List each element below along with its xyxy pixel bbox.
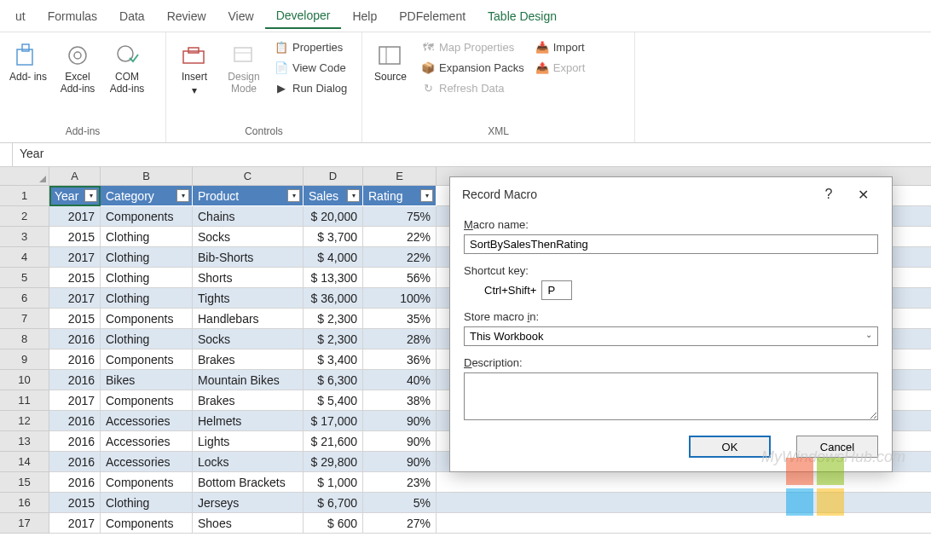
- cell-rating[interactable]: 28%: [363, 329, 437, 349]
- cell-sales[interactable]: $ 3,700: [304, 227, 363, 247]
- cell-year[interactable]: 2017: [49, 390, 101, 411]
- row-header[interactable]: 17: [0, 513, 49, 534]
- row-header[interactable]: 6: [0, 288, 49, 309]
- cell-sales[interactable]: $ 3,400: [304, 349, 363, 370]
- run-dialog-button[interactable]: ▶Run Dialog: [270, 78, 350, 97]
- name-box[interactable]: [0, 143, 13, 166]
- menu-data[interactable]: Data: [108, 4, 156, 28]
- cell-product[interactable]: Jerseys: [193, 493, 304, 513]
- menu-developer[interactable]: Developer: [265, 3, 342, 29]
- cell-sales[interactable]: $ 2,300: [304, 329, 363, 349]
- cell-year[interactable]: 2016: [49, 452, 101, 472]
- menu-ut[interactable]: ut: [4, 4, 37, 28]
- cell-year[interactable]: 2017: [49, 513, 101, 534]
- cell-category[interactable]: Accessories: [101, 452, 193, 472]
- addins-button[interactable]: Add- ins: [5, 38, 51, 87]
- properties-button[interactable]: 📋Properties: [270, 38, 350, 56]
- cell-rating[interactable]: 22%: [363, 227, 437, 247]
- cell-category[interactable]: Accessories: [101, 411, 193, 431]
- row-header[interactable]: 3: [0, 227, 49, 247]
- cell-year[interactable]: 2015: [49, 268, 101, 288]
- cell-category[interactable]: Components: [101, 390, 193, 411]
- cell-rating[interactable]: 22%: [363, 247, 437, 268]
- cell-category[interactable]: Components: [101, 309, 193, 329]
- cell-product[interactable]: Chains: [193, 206, 304, 227]
- cell-product[interactable]: Brakes: [193, 349, 304, 370]
- cell-product[interactable]: Brakes: [193, 390, 304, 411]
- menu-review[interactable]: Review: [156, 4, 217, 28]
- close-button[interactable]: ✕: [846, 187, 880, 203]
- menu-table-design[interactable]: Table Design: [477, 4, 568, 28]
- cell-sales[interactable]: $ 600: [304, 513, 363, 534]
- description-input[interactable]: [464, 372, 878, 420]
- row-header[interactable]: 1: [0, 186, 49, 206]
- cell-year[interactable]: 2016: [49, 411, 101, 431]
- row-header[interactable]: 10: [0, 370, 49, 390]
- row-header[interactable]: 9: [0, 349, 49, 370]
- import-button[interactable]: 📥Import: [531, 38, 589, 56]
- column-header-B[interactable]: B: [101, 167, 193, 186]
- cell-sales[interactable]: $ 6,300: [304, 370, 363, 390]
- row-header[interactable]: 2: [0, 206, 49, 227]
- insert-button[interactable]: Insert ▾: [171, 38, 217, 101]
- row-header[interactable]: 5: [0, 268, 49, 288]
- column-header-D[interactable]: D: [304, 167, 363, 186]
- formula-bar[interactable]: Year: [13, 143, 931, 166]
- cell-category[interactable]: Components: [101, 472, 193, 493]
- cell-product[interactable]: Handlebars: [193, 309, 304, 329]
- cell-product[interactable]: Socks: [193, 329, 304, 349]
- row-header[interactable]: 8: [0, 329, 49, 349]
- cell-rating[interactable]: 40%: [363, 370, 437, 390]
- cell-product[interactable]: Lights: [193, 431, 304, 452]
- com-addins-button[interactable]: COM Add-ins: [104, 38, 150, 99]
- cell-product[interactable]: Socks: [193, 227, 304, 247]
- filter-dropdown-icon[interactable]: ▾: [84, 189, 97, 202]
- menu-formulas[interactable]: Formulas: [37, 4, 108, 28]
- cell-category[interactable]: Accessories: [101, 431, 193, 452]
- cell-product[interactable]: Tights: [193, 288, 304, 309]
- cell-sales[interactable]: $ 36,000: [304, 288, 363, 309]
- cell-product[interactable]: Shoes: [193, 513, 304, 534]
- cell-product[interactable]: Bib-Shorts: [193, 247, 304, 268]
- cell-rating[interactable]: 75%: [363, 206, 437, 227]
- cell-category[interactable]: Clothing: [101, 227, 193, 247]
- cell-category[interactable]: Components: [101, 206, 193, 227]
- cell-sales[interactable]: $ 29,800: [304, 452, 363, 472]
- table-header-category[interactable]: Category▾: [101, 186, 193, 206]
- column-header-E[interactable]: E: [363, 167, 437, 186]
- cell-year[interactable]: 2016: [49, 370, 101, 390]
- cell-category[interactable]: Clothing: [101, 493, 193, 513]
- cell-rating[interactable]: 90%: [363, 452, 437, 472]
- cell-category[interactable]: Clothing: [101, 247, 193, 268]
- cell-category[interactable]: Bikes: [101, 370, 193, 390]
- menu-help[interactable]: Help: [341, 4, 388, 28]
- cell-rating[interactable]: 5%: [363, 493, 437, 513]
- table-header-sales[interactable]: Sales▾: [304, 186, 363, 206]
- table-header-product[interactable]: Product▾: [193, 186, 304, 206]
- column-header-A[interactable]: A: [49, 167, 101, 186]
- cell-sales[interactable]: $ 13,300: [304, 268, 363, 288]
- help-button[interactable]: ?: [812, 187, 846, 202]
- cell-year[interactable]: 2016: [49, 329, 101, 349]
- ok-button[interactable]: OK: [689, 436, 771, 458]
- cell-category[interactable]: Clothing: [101, 288, 193, 309]
- select-all-corner[interactable]: [0, 167, 49, 186]
- row-header[interactable]: 12: [0, 411, 49, 431]
- cell-rating[interactable]: 56%: [363, 268, 437, 288]
- cell-category[interactable]: Clothing: [101, 268, 193, 288]
- column-header-C[interactable]: C: [193, 167, 304, 186]
- row-header[interactable]: 15: [0, 472, 49, 493]
- cell-year[interactable]: 2017: [49, 288, 101, 309]
- macro-name-input[interactable]: [464, 234, 878, 254]
- cell-sales[interactable]: $ 17,000: [304, 411, 363, 431]
- cell-sales[interactable]: $ 21,600: [304, 431, 363, 452]
- filter-dropdown-icon[interactable]: ▾: [176, 189, 189, 202]
- design-mode-button[interactable]: Design Mode: [221, 38, 267, 99]
- menu-pdfelement[interactable]: PDFelement: [388, 4, 477, 28]
- cell-sales[interactable]: $ 4,000: [304, 247, 363, 268]
- cell-product[interactable]: Locks: [193, 452, 304, 472]
- cell-product[interactable]: Mountain Bikes: [193, 370, 304, 390]
- row-header[interactable]: 4: [0, 247, 49, 268]
- cell-rating[interactable]: 35%: [363, 309, 437, 329]
- store-in-select[interactable]: This Workbook ⌄: [464, 326, 878, 346]
